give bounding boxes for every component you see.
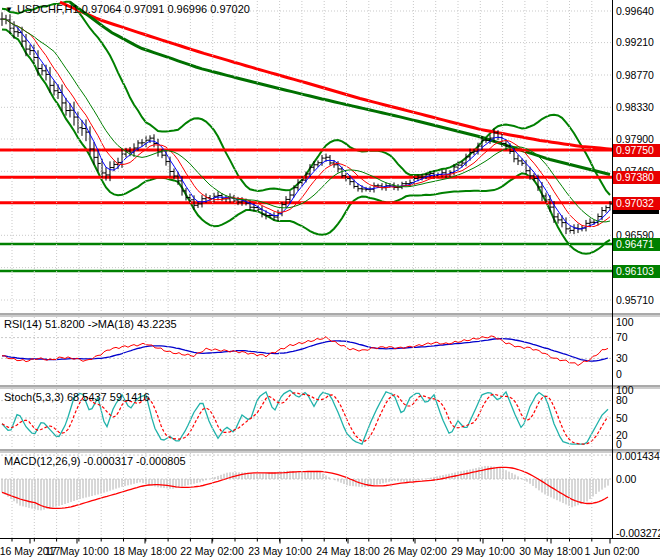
price-axis-label: 0.99210 [616,37,654,48]
time-axis-label: 29 May 10:00 [445,545,521,557]
time-axis-label: 26 May 02:00 [377,545,453,557]
symbol-arrow-icon: ▼ [5,5,13,14]
time-axis-label: 18 May 18:00 [107,545,183,557]
chart-canvas[interactable] [0,0,660,560]
price-level-badge: 0.97750 [613,144,660,157]
time-axis-label: 22 May 02:00 [174,545,250,557]
stoch-axis-label: 50 [616,413,628,424]
price-axis-label: 0.99640 [616,6,654,17]
time-axis-label: 1 Jun 02:00 [574,545,650,557]
main-price-panel[interactable] [0,2,660,300]
trading-chart-window: ▼USDCHF,H1 0.97064 0.97091 0.96996 0.970… [0,0,660,560]
rsi-axis-label: 0 [616,369,622,380]
macd-axis-label: 0.00 [616,474,636,485]
price-axis-label: 0.98770 [616,70,654,81]
macd-indicator-label: MACD(12,26,9) -0.000317 -0.000805 [4,455,186,467]
ohlc-open: 0.97064 [82,3,122,15]
rsi-indicator-label: RSI(14) 51.8200 ->MA(18) 43.2235 [4,318,177,330]
price-axis-label: 0.98330 [616,102,654,113]
rsi-axis-label: 70 [616,332,628,343]
rsi-axis-label: 100 [616,317,634,328]
chart-title: ▼USDCHF,H1 0.97064 0.97091 0.96996 0.970… [5,3,250,15]
macd-axis-label: -0.003272 [616,528,660,539]
price-level-badge: 0.97032 [613,197,660,210]
ohlc-low: 0.96996 [167,3,207,15]
price-level-badge: 0.96471 [613,238,660,251]
time-axis-label: 17 May 10:00 [39,545,115,557]
time-axis-label: 23 May 10:00 [242,545,318,557]
rsi-axis-label: 30 [616,353,628,364]
rsi-panel[interactable] [1,336,611,366]
stochastic-indicator-label: Stoch(5,3,3) 68.5437 59.1416 [4,391,150,403]
ohlc-close: 0.97020 [210,3,250,15]
time-axis-label: 24 May 18:00 [310,545,386,557]
price-level-badge: 0.97380 [613,171,660,184]
ohlc-high: 0.97091 [125,3,165,15]
macd-axis-label: 0.001434 [616,451,660,462]
price-level-badge: 0.96103 [613,265,660,278]
stoch-axis-label: 80 [616,395,628,406]
price-axis-label: 0.95710 [616,295,654,306]
symbol-timeframe: USDCHF,H1 [17,3,79,15]
stoch-axis-label: 0 [616,439,622,450]
